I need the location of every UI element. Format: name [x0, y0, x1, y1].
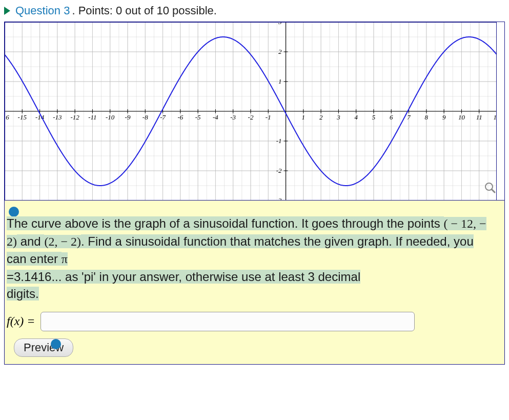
svg-text:1: 1: [302, 113, 306, 121]
svg-text:-16: -16: [5, 113, 9, 121]
graph-area[interactable]: -16-15-14-13-12-11-10-9-8-7-6-5-4-3-2-11…: [5, 22, 504, 201]
question-link[interactable]: Question 3: [15, 4, 70, 17]
svg-text:-11: -11: [88, 113, 96, 121]
prompt-part-4b: digits.: [7, 287, 39, 301]
svg-text:-9: -9: [125, 113, 131, 121]
prompt-part-4: =3.1416... as 'pi' in your answer, other…: [7, 270, 360, 284]
svg-text:3: 3: [278, 22, 282, 26]
question-content: -16-15-14-13-12-11-10-9-8-7-6-5-4-3-2-11…: [4, 22, 505, 365]
svg-text:-5: -5: [195, 113, 201, 121]
answer-row: f(x) =: [5, 308, 504, 335]
svg-text:-2: -2: [248, 113, 254, 121]
fx-label: f(x) =: [7, 314, 35, 328]
svg-text:-3: -3: [276, 196, 282, 201]
svg-text:9: 9: [442, 113, 446, 121]
svg-text:-4: -4: [213, 113, 218, 121]
svg-text:-12: -12: [70, 113, 79, 121]
svg-text:-3: -3: [230, 113, 236, 121]
prompt-point-2: (2, − 2): [44, 235, 81, 248]
svg-text:-13: -13: [53, 113, 62, 121]
answer-input[interactable]: [40, 312, 415, 331]
svg-text:2: 2: [319, 113, 323, 121]
question-prompt: The curve above is the graph of a sinuso…: [5, 201, 504, 308]
collapse-toggle-icon[interactable]: [4, 7, 10, 15]
points-text: . Points: 0 out of 10 possible.: [72, 4, 217, 17]
svg-text:10: 10: [458, 113, 465, 121]
svg-text:-8: -8: [142, 113, 148, 121]
question-header: Question 3 . Points: 0 out of 10 possibl…: [4, 2, 505, 22]
prompt-part-1: The curve above is the graph of a sinuso…: [7, 216, 444, 230]
svg-text:6: 6: [390, 113, 393, 121]
svg-text:-7: -7: [160, 113, 166, 121]
svg-text:1: 1: [278, 77, 282, 85]
svg-text:4: 4: [354, 113, 358, 121]
svg-text:8: 8: [425, 113, 429, 121]
svg-text:7: 7: [407, 113, 411, 121]
svg-text:-6: -6: [177, 113, 183, 121]
slider-handle-end[interactable]: [51, 339, 61, 349]
svg-text:-1: -1: [266, 113, 271, 121]
svg-text:-10: -10: [106, 113, 115, 121]
preview-button[interactable]: Preview: [14, 338, 73, 357]
svg-text:5: 5: [372, 113, 376, 121]
svg-text:2: 2: [278, 48, 282, 55]
svg-text:-2: -2: [276, 167, 282, 174]
prompt-pi: π: [62, 252, 68, 266]
sinusoid-chart: -16-15-14-13-12-11-10-9-8-7-6-5-4-3-2-11…: [5, 22, 497, 201]
prompt-part-2: and: [17, 234, 44, 248]
svg-text:3: 3: [336, 113, 340, 121]
svg-text:-1: -1: [276, 137, 282, 145]
svg-text:11: 11: [476, 113, 482, 121]
svg-text:-15: -15: [18, 113, 27, 121]
